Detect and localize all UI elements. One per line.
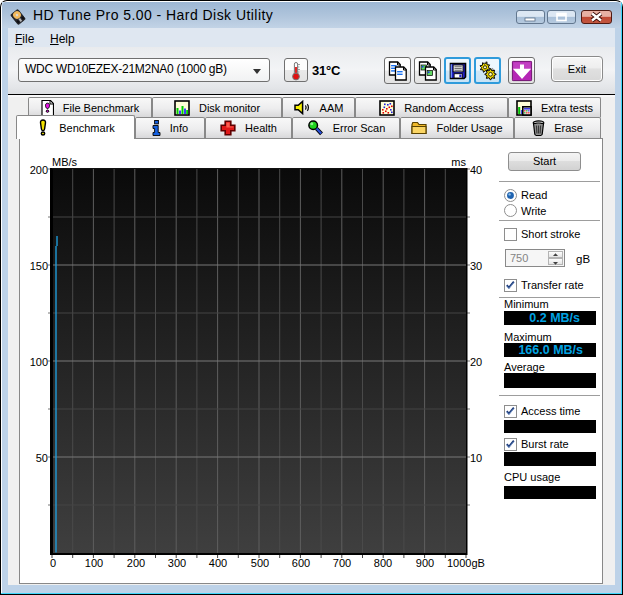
- svg-text:200: 200: [127, 557, 145, 569]
- svg-text:40: 40: [470, 164, 482, 176]
- svg-text:0: 0: [50, 557, 56, 569]
- svg-text:300: 300: [168, 557, 186, 569]
- svg-text:500: 500: [251, 557, 269, 569]
- svg-text:50: 50: [36, 452, 48, 464]
- svg-text:100: 100: [85, 557, 103, 569]
- svg-text:1000gB: 1000gB: [447, 557, 485, 569]
- svg-text:20: 20: [470, 356, 482, 368]
- svg-text:MB/s: MB/s: [52, 156, 78, 168]
- svg-text:10: 10: [470, 452, 482, 464]
- svg-text:700: 700: [333, 557, 351, 569]
- svg-text:150: 150: [30, 260, 48, 272]
- svg-text:400: 400: [209, 557, 227, 569]
- svg-text:100: 100: [30, 356, 48, 368]
- svg-text:30: 30: [470, 260, 482, 272]
- svg-text:600: 600: [292, 557, 310, 569]
- svg-text:900: 900: [416, 557, 434, 569]
- svg-text:800: 800: [374, 557, 392, 569]
- svg-text:200: 200: [30, 164, 48, 176]
- svg-text:ms: ms: [451, 156, 466, 168]
